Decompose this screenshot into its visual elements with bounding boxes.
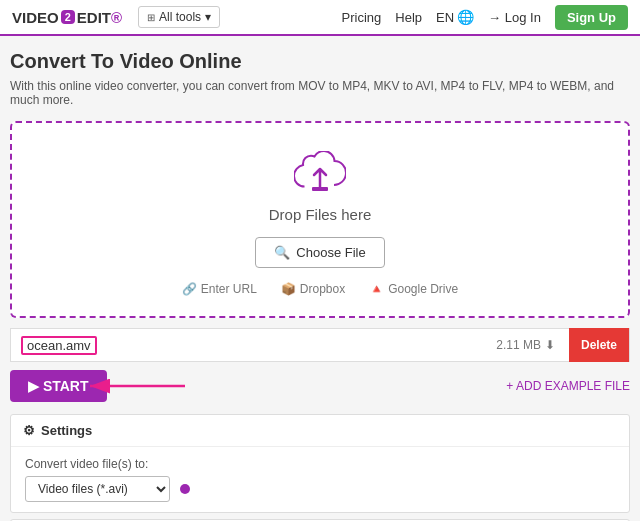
logo: VIDEO 2 EDIT® xyxy=(12,9,122,26)
file-row: ocean.amv 2.11 MB ⬇ Delete xyxy=(10,328,630,362)
all-tools-label: All tools xyxy=(159,10,201,24)
lang-selector[interactable]: EN 🌐 xyxy=(436,9,474,25)
upload-icon-wrap xyxy=(32,151,608,198)
drop-text: Drop Files here xyxy=(32,206,608,223)
settings-body: Convert video file(s) to: Video files (*… xyxy=(11,447,629,512)
file-size: 2.11 MB ⬇ xyxy=(482,338,569,352)
logo-video: VIDEO xyxy=(12,9,59,26)
format-select[interactable]: Video files (*.avi) Video files (*.mp4) … xyxy=(25,476,170,502)
file-annotation: ocean.amv xyxy=(21,336,97,355)
drive-icon: 🔺 xyxy=(369,282,384,296)
help-link[interactable]: Help xyxy=(395,10,422,25)
all-tools-button[interactable]: ⊞ All tools ▾ xyxy=(138,6,220,28)
enter-url-link[interactable]: 🔗 Enter URL xyxy=(182,282,257,296)
delete-label: Delete xyxy=(581,338,617,352)
settings-header[interactable]: ⚙ Settings xyxy=(11,415,629,447)
start-row: ▶ START + ADD EXAMPLE FILE xyxy=(10,370,630,402)
page-description: With this online video converter, you ca… xyxy=(10,79,630,107)
signup-button[interactable]: Sign Up xyxy=(555,5,628,30)
link-icon: 🔗 xyxy=(182,282,197,296)
dropzone[interactable]: Drop Files here 🔍 Choose File 🔗 Enter UR… xyxy=(10,121,630,318)
logo-edit: EDIT® xyxy=(77,9,122,26)
arrow-annotation xyxy=(70,368,190,404)
grid-icon: ⊞ xyxy=(147,12,155,23)
logo-badge: 2 xyxy=(61,10,75,24)
chevron-down-icon: ▾ xyxy=(205,10,211,24)
settings-panel: ⚙ Settings Convert video file(s) to: Vid… xyxy=(10,414,630,513)
dropbox-icon: 📦 xyxy=(281,282,296,296)
search-icon: 🔍 xyxy=(274,245,290,260)
gear-icon: ⚙ xyxy=(23,423,35,438)
file-name: ocean.amv xyxy=(11,336,482,355)
choose-file-label: Choose File xyxy=(296,245,365,260)
header: VIDEO 2 EDIT® ⊞ All tools ▾ Pricing Help… xyxy=(0,0,640,36)
upload-icon xyxy=(294,151,346,195)
logo-dot: ® xyxy=(111,9,122,26)
download-icon: ⬇ xyxy=(545,338,555,352)
dropbox-link[interactable]: 📦 Dropbox xyxy=(281,282,345,296)
settings-title: Settings xyxy=(41,423,92,438)
settings-row: Video files (*.avi) Video files (*.mp4) … xyxy=(25,476,615,502)
file-size-value: 2.11 MB xyxy=(496,338,541,352)
convert-label: Convert video file(s) to: xyxy=(25,457,615,471)
add-example-link[interactable]: + ADD EXAMPLE FILE xyxy=(506,379,630,393)
login-button[interactable]: → Log In xyxy=(488,10,541,25)
dropzone-links: 🔗 Enter URL 📦 Dropbox 🔺 Google Drive xyxy=(32,282,608,296)
info-dot xyxy=(180,484,190,494)
pricing-link[interactable]: Pricing xyxy=(342,10,382,25)
header-nav: Pricing Help EN 🌐 → Log In Sign Up xyxy=(342,5,628,30)
main-content: Convert To Video Online With this online… xyxy=(0,36,640,521)
delete-button[interactable]: Delete xyxy=(569,328,629,362)
page-title: Convert To Video Online xyxy=(10,50,630,73)
globe-icon: 🌐 xyxy=(457,9,474,25)
choose-file-button[interactable]: 🔍 Choose File xyxy=(255,237,384,268)
lang-label: EN xyxy=(436,10,454,25)
svg-rect-0 xyxy=(312,187,328,191)
google-drive-link[interactable]: 🔺 Google Drive xyxy=(369,282,458,296)
